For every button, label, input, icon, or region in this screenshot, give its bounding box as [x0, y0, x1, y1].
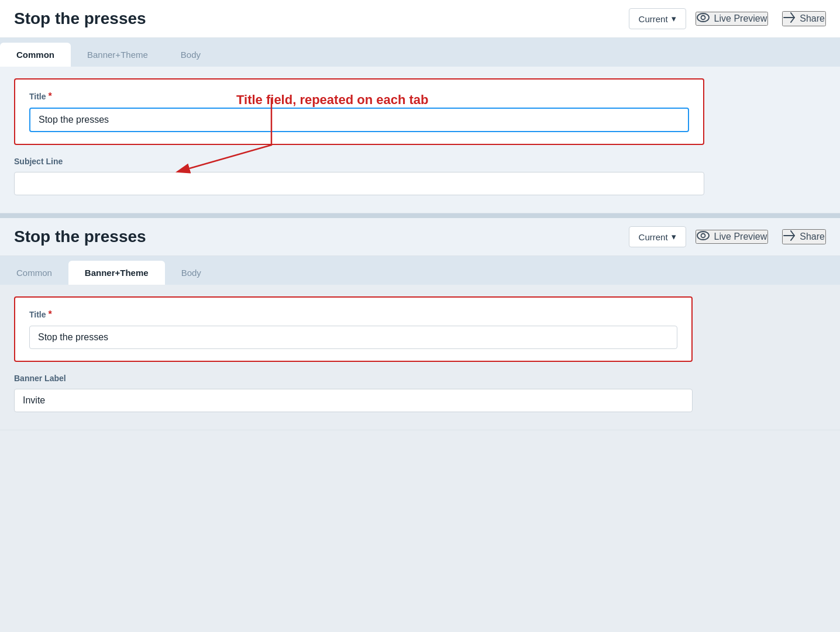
title-form-card-1: Title *	[14, 78, 704, 145]
subject-line-label-1: Subject Line	[14, 157, 704, 166]
eye-icon-1	[697, 13, 710, 25]
required-marker-2: *	[49, 309, 52, 320]
share-button-2[interactable]: Share	[782, 229, 826, 244]
eye-icon-2	[697, 231, 710, 243]
tab-body-1[interactable]: Body	[164, 43, 217, 67]
live-preview-button-1[interactable]: Live Preview	[696, 12, 769, 26]
title-input-2[interactable]	[29, 326, 677, 349]
share-icon-1	[783, 12, 795, 25]
required-marker-1: *	[49, 91, 52, 102]
svg-point-0	[697, 13, 709, 22]
share-label-2: Share	[800, 232, 825, 242]
page-title-2: Stop the presses	[14, 227, 619, 246]
panel-content-1: Title * Subject Line Ti	[0, 67, 840, 213]
banner-label-input[interactable]	[14, 389, 693, 412]
tab-body-2[interactable]: Body	[165, 261, 218, 285]
tab-banner-theme-1[interactable]: Banner+Theme	[71, 43, 164, 67]
current-label-1: Current	[639, 14, 668, 24]
banner-label-section: Banner Label	[14, 374, 693, 412]
share-icon-2	[783, 230, 795, 243]
title-form-card-2: Title *	[14, 296, 693, 362]
title-field-label-2: Title *	[29, 309, 677, 320]
header-actions-2: Live Preview Share	[696, 229, 826, 244]
panel-header-1: Stop the presses Current ▾ Live Preview	[0, 0, 840, 38]
subject-line-input-1[interactable]	[14, 172, 704, 195]
chevron-down-icon-2: ▾	[672, 232, 676, 242]
header-actions-1: Live Preview Share	[696, 11, 826, 26]
page-title-1: Stop the presses	[14, 9, 619, 28]
title-input-1[interactable]	[29, 108, 689, 132]
svg-point-4	[701, 234, 705, 238]
subject-area: Subject Line Title field, repeated on ea…	[14, 157, 704, 195]
live-preview-label-2: Live Preview	[714, 232, 767, 242]
tab-common-2[interactable]: Common	[0, 261, 68, 285]
panel-bottom: Stop the presses Current ▾ Live Preview	[0, 218, 840, 430]
title-field-label-1: Title *	[29, 91, 689, 102]
tab-common-1[interactable]: Common	[0, 43, 71, 67]
panel-content-2: Title * Banner Label	[0, 285, 840, 430]
panel-top: Stop the presses Current ▾ Live Preview	[0, 0, 840, 213]
current-dropdown-1[interactable]: Current ▾	[629, 8, 686, 29]
tabs-bar-1: Common Banner+Theme Body	[0, 38, 840, 67]
current-dropdown-2[interactable]: Current ▾	[629, 226, 686, 247]
current-label-2: Current	[639, 232, 668, 242]
share-label-1: Share	[800, 13, 825, 24]
panel-divider	[0, 213, 840, 218]
panel-header-2: Stop the presses Current ▾ Live Preview	[0, 218, 840, 256]
tab-banner-theme-2[interactable]: Banner+Theme	[68, 261, 165, 285]
chevron-down-icon-1: ▾	[672, 13, 676, 24]
live-preview-label-1: Live Preview	[714, 13, 767, 24]
svg-point-1	[701, 16, 705, 20]
share-button-1[interactable]: Share	[782, 11, 826, 26]
banner-label-label: Banner Label	[14, 374, 693, 383]
svg-point-3	[697, 232, 709, 240]
tabs-bar-2: Common Banner+Theme Body	[0, 256, 840, 285]
live-preview-button-2[interactable]: Live Preview	[696, 230, 769, 244]
